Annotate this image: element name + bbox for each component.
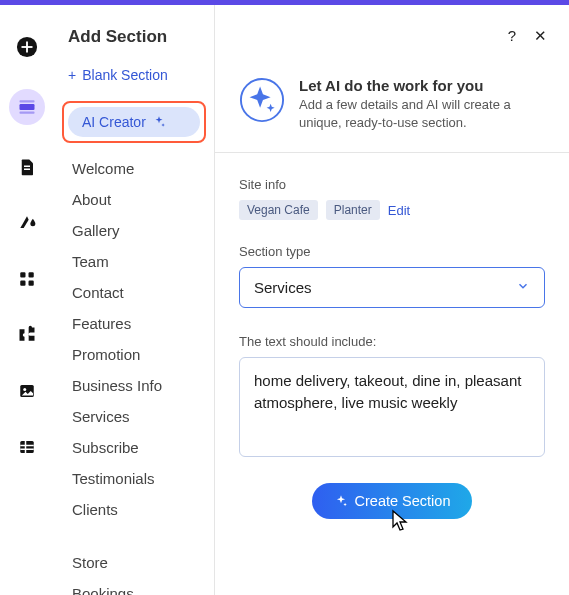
sidebar-item[interactable]: Team xyxy=(68,246,200,277)
image-icon[interactable] xyxy=(13,377,41,405)
site-tag: Planter xyxy=(326,200,380,220)
apps-icon[interactable] xyxy=(13,265,41,293)
svg-rect-8 xyxy=(20,272,25,277)
site-tag: Vegan Cafe xyxy=(239,200,318,220)
icon-rail xyxy=(0,5,54,595)
sidebar-item[interactable]: Testimonials xyxy=(68,463,200,494)
sidebar-item[interactable]: Gallery xyxy=(68,215,200,246)
intro-subtitle: Add a few details and AI will create a u… xyxy=(299,96,545,132)
svg-point-13 xyxy=(23,388,26,391)
add-icon[interactable] xyxy=(13,33,41,61)
ai-creator-chip[interactable]: AI Creator xyxy=(68,107,200,137)
create-section-label: Create Section xyxy=(355,493,451,509)
sidebar-item[interactable]: Store xyxy=(68,547,200,578)
section-categories: Welcome About Gallery Team Contact Featu… xyxy=(68,153,200,595)
panel-title: Add Section xyxy=(68,27,200,47)
close-icon[interactable]: ✕ xyxy=(534,27,547,45)
site-info-label: Site info xyxy=(239,177,545,192)
sidebar-item[interactable]: Welcome xyxy=(68,153,200,184)
ai-sparkle-icon xyxy=(239,77,285,123)
sparkle-icon xyxy=(334,494,348,508)
ai-creator-label: AI Creator xyxy=(82,114,146,130)
section-type-value: Services xyxy=(254,279,312,296)
sidebar-item[interactable]: Promotion xyxy=(68,339,200,370)
intro-title: Let AI do the work for you xyxy=(299,77,545,94)
sidebar-item[interactable]: Subscribe xyxy=(68,432,200,463)
svg-rect-4 xyxy=(20,100,35,102)
svg-rect-11 xyxy=(29,281,34,286)
edit-site-info-link[interactable]: Edit xyxy=(388,203,410,218)
sidebar-item[interactable]: Business Info xyxy=(68,370,200,401)
sparkle-icon xyxy=(152,115,166,129)
cursor-icon xyxy=(390,509,410,533)
data-icon[interactable] xyxy=(13,433,41,461)
page-icon[interactable] xyxy=(13,153,41,181)
sidebar-item[interactable]: Clients xyxy=(68,494,200,525)
svg-rect-9 xyxy=(29,272,34,277)
svg-rect-5 xyxy=(20,112,35,114)
plus-icon: + xyxy=(68,67,76,83)
section-type-label: Section type xyxy=(239,244,545,259)
chevron-down-icon xyxy=(516,279,530,296)
sections-icon[interactable] xyxy=(9,89,45,125)
blank-section-label: Blank Section xyxy=(82,67,168,83)
sidebar-item[interactable]: Features xyxy=(68,308,200,339)
svg-rect-7 xyxy=(24,169,30,171)
sidebar-item[interactable]: Bookings xyxy=(68,578,200,595)
section-list-panel: Add Section + Blank Section AI Creator W… xyxy=(54,5,215,595)
include-textarea[interactable]: home delivery, takeout, dine in, pleasan… xyxy=(239,357,545,457)
svg-rect-6 xyxy=(24,166,30,168)
svg-rect-3 xyxy=(20,104,35,110)
svg-rect-10 xyxy=(20,281,25,286)
svg-rect-15 xyxy=(20,441,34,445)
section-type-select[interactable]: Services xyxy=(239,267,545,308)
site-info-tags: Vegan Cafe Planter Edit xyxy=(239,200,545,220)
main-content: ? ✕ Let AI do the work for you Add a few… xyxy=(215,5,569,595)
theme-icon[interactable] xyxy=(13,209,41,237)
puzzle-icon[interactable] xyxy=(13,321,41,349)
sidebar-item[interactable]: Services xyxy=(68,401,200,432)
svg-rect-2 xyxy=(22,46,33,48)
ai-creator-highlight: AI Creator xyxy=(62,101,206,143)
help-icon[interactable]: ? xyxy=(508,27,516,45)
blank-section-link[interactable]: + Blank Section xyxy=(68,67,200,83)
sidebar-item[interactable]: Contact xyxy=(68,277,200,308)
divider xyxy=(215,152,569,153)
sidebar-item[interactable]: About xyxy=(68,184,200,215)
include-label: The text should include: xyxy=(239,334,545,349)
